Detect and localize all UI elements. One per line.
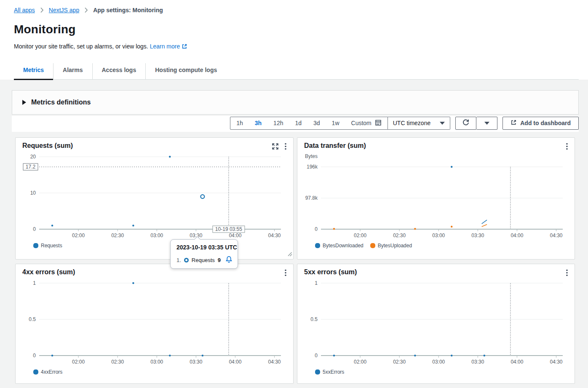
range-1d-button[interactable]: 1d [289,117,307,129]
chart-plot-area[interactable]: 00.5102:0002:3003:0003:3004:0004:30 [16,276,293,367]
chart-menu-icon[interactable] [566,143,568,150]
tab-metrics[interactable]: Metrics [14,63,53,79]
svg-text:0: 0 [33,226,36,232]
time-range-segments: 1h 3h 12h 1d 3d 1w Custom [230,117,388,130]
svg-text:10-19 03:55: 10-19 03:55 [215,226,242,232]
chart-plot-area[interactable]: 0102002:0002:3003:0003:3004:0004:3017.21… [16,150,293,241]
chart-legend: 4xxErrors [16,367,293,375]
svg-text:02:30: 02:30 [111,359,124,365]
chart-legend: BytesDownloadedBytesUploaded [297,241,575,249]
svg-text:97.8k: 97.8k [305,195,318,201]
data-point [169,156,171,158]
chart-title: 4xx errors (sum) [22,268,285,276]
data-point [132,225,134,226]
breadcrumb-link-all-apps[interactable]: All apps [14,7,35,13]
svg-text:17.2: 17.2 [26,164,36,170]
legend-item[interactable]: BytesDownloaded [315,243,363,249]
data-point [333,228,335,230]
refresh-options-button[interactable] [476,117,497,130]
breadcrumb: All apps NextJS app App settings: Monito… [14,7,579,13]
chevron-right-icon [84,7,88,13]
svg-text:0: 0 [33,353,36,359]
chart-legend: 5xxErrors [297,367,575,375]
breadcrumb-link-nextjs-app[interactable]: NextJS app [49,7,79,13]
svg-text:03:00: 03:00 [150,359,163,365]
chevron-right-icon [40,7,44,13]
range-3d-button[interactable]: 3d [307,117,326,129]
chart-title: 5xx errors (sum) [304,268,566,276]
range-custom-button[interactable]: Custom [345,117,388,129]
chart-menu-icon[interactable] [285,143,286,150]
refresh-button[interactable] [455,117,476,130]
svg-text:04:30: 04:30 [550,233,562,238]
add-to-dashboard-button[interactable]: Add to dashboard [502,117,579,130]
chart-plot-area[interactable]: 00.5102:0002:3003:0003:3004:0004:30 [297,276,575,367]
y-axis-unit-label: Bytes [297,150,575,160]
chevron-down-icon [484,122,489,125]
legend-label: 4xxErrors [41,369,62,375]
svg-text:0: 0 [315,353,318,359]
tab-hosting-compute-logs[interactable]: Hosting compute logs [145,63,226,79]
chart-plot-area[interactable]: 097.8k196k02:0002:3003:0003:3004:0004:30 [297,160,575,241]
data-point [202,355,203,356]
chart-card-5xx-errors: 5xx errors (sum) 00.5102:0002:3003:0003:… [297,264,575,384]
svg-text:02:30: 02:30 [393,233,406,238]
tooltip-series-value: 9 [218,257,221,263]
data-point [414,355,416,356]
time-range-control: 1h 3h 12h 1d 3d 1w Custom UTC timezone [230,117,450,130]
page-description: Monitor your site traffic, set up alarms… [14,43,579,51]
external-link-icon [182,43,187,51]
legend-swatch-icon [315,243,320,248]
legend-item[interactable]: BytesUploaded [370,243,412,249]
svg-text:02:00: 02:00 [354,359,366,365]
tab-alarms[interactable]: Alarms [53,63,92,79]
range-1h-button[interactable]: 1h [230,117,249,129]
calendar-icon [375,119,382,127]
timezone-select[interactable]: UTC timezone [388,117,450,130]
chart-toolbar: 1h 3h 12h 1d 3d 1w Custom UTC timezone [12,116,579,132]
page-header: All apps NextJS app App settings: Monito… [0,0,588,80]
data-point [451,166,452,168]
tooltip-timestamp: 2023-10-19 03:35 UTC [176,244,233,251]
tab-access-logs[interactable]: Access logs [92,63,146,79]
legend-item[interactable]: 5xxErrors [315,369,344,375]
chart-card-requests: Requests (sum) 0102002:0002:3003:0003:30… [15,137,294,260]
chart-tooltip: 2023-10-19 03:35 UTC 1. Requests 9 [170,239,238,269]
legend-item[interactable]: 4xxErrors [33,369,62,375]
resize-handle[interactable] [287,251,292,258]
legend-label: BytesDownloaded [323,243,363,249]
chart-title: Data transfer (sum) [304,142,566,150]
svg-text:03:30: 03:30 [471,359,484,365]
learn-more-link[interactable]: Learn more [150,43,188,50]
legend-item[interactable]: Requests [33,243,62,249]
breadcrumb-current: App settings: Monitoring [93,7,163,13]
data-point [169,355,171,356]
refresh-icon [462,119,470,128]
data-point [132,282,134,284]
data-point [51,355,53,356]
metrics-definitions-expander[interactable]: Metrics definitions [12,90,579,115]
page-title: Monitoring [14,23,579,36]
range-12h-button[interactable]: 12h [267,117,289,129]
data-point [451,355,452,356]
range-3h-button[interactable]: 3h [249,117,267,129]
range-1w-button[interactable]: 1w [326,117,345,129]
svg-text:03:00: 03:00 [432,359,445,365]
series-ring-icon [184,258,189,262]
svg-text:04:00: 04:00 [229,233,241,238]
svg-text:1: 1 [33,280,36,286]
chart-title: Requests (sum) [22,142,272,150]
svg-text:02:00: 02:00 [72,233,85,238]
svg-text:04:00: 04:00 [229,359,241,365]
bell-icon[interactable] [225,256,233,264]
svg-text:0.5: 0.5 [29,316,36,322]
chart-menu-icon[interactable] [566,269,568,276]
hovered-data-point [200,195,204,198]
expand-chart-icon[interactable] [272,143,279,150]
svg-text:03:30: 03:30 [471,233,484,238]
svg-text:03:00: 03:00 [150,233,163,238]
tooltip-series-row: 1. Requests 9 [176,256,233,264]
chart-menu-icon[interactable] [285,269,286,276]
data-point [333,355,335,356]
chart-legend: Requests [16,241,293,249]
